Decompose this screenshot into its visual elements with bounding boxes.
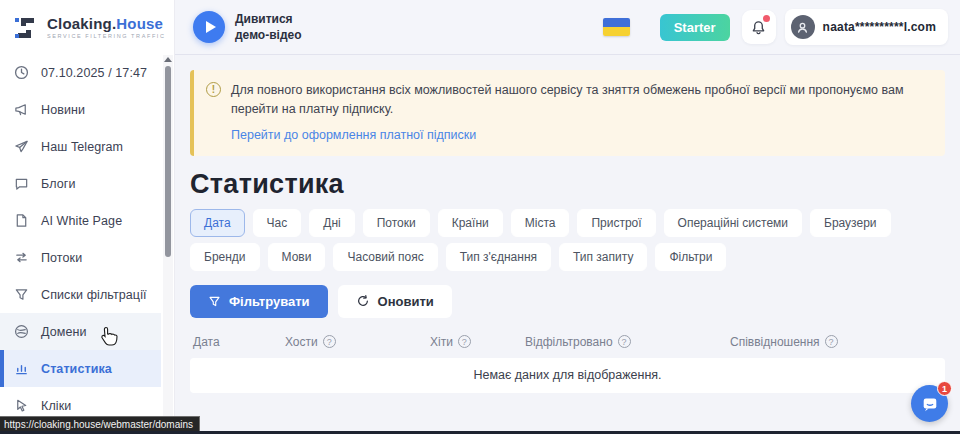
logo-title: Cloaking.House <box>47 16 166 31</box>
tab-filters[interactable]: Фільтри <box>655 243 726 271</box>
help-icon[interactable]: ? <box>618 335 631 348</box>
sidebar-item-news[interactable]: Новини <box>0 91 161 128</box>
sidebar-item-label: Потоки <box>41 251 82 265</box>
sidebar-item-label: AI White Page <box>41 214 122 228</box>
tab-connection-type[interactable]: Тип з'єднання <box>446 243 551 271</box>
scrollbar-thumb[interactable] <box>165 66 171 257</box>
refresh-button[interactable]: Оновити <box>338 285 452 318</box>
demo-video-label: Дивитися демо-відео <box>235 11 302 43</box>
page-title: Статистика <box>190 169 945 200</box>
tab-languages[interactable]: Мови <box>268 243 326 271</box>
notification-dot <box>763 15 770 22</box>
sidebar-item-label: Домени <box>41 325 87 339</box>
funnel-icon <box>13 287 29 303</box>
tab-countries[interactable]: Країни <box>438 209 503 237</box>
column-header-hits: Хіти? <box>430 335 525 349</box>
ukraine-flag-icon[interactable] <box>603 18 630 36</box>
globe-icon <box>13 324 29 340</box>
tab-date[interactable]: Дата <box>190 209 245 237</box>
banner-text: Для повного використання всіх можливосте… <box>231 81 931 119</box>
refresh-icon <box>356 294 370 308</box>
sidebar: Cloaking.House SERVICE FILTERING TRAFFIC… <box>0 0 175 434</box>
tab-streams[interactable]: Потоки <box>363 209 430 237</box>
sidebar-item-filter-lists[interactable]: Списки фільтрації <box>0 276 161 313</box>
tab-days[interactable]: Дні <box>309 209 354 237</box>
main-content: ! Для повного використання всіх можливос… <box>175 56 960 434</box>
sidebar-scrollbar[interactable] <box>163 55 173 434</box>
logo[interactable]: Cloaking.House SERVICE FILTERING TRAFFIC <box>0 0 174 55</box>
filter-button[interactable]: Фільтрувати <box>190 285 328 318</box>
column-header-filtered: Відфільтровано? <box>525 335 730 349</box>
sidebar-item-telegram[interactable]: Наш Telegram <box>0 128 161 165</box>
browser-status-bar: https://cloaking.house/webmaster/domains <box>0 416 200 432</box>
tab-devices[interactable]: Пристрої <box>577 209 655 237</box>
help-icon[interactable]: ? <box>323 335 336 348</box>
sidebar-nav: 07.10.2025 / 17:47 Новини Наш Telegram Б… <box>0 54 161 424</box>
empty-state-text: Немає даних для відображення. <box>473 368 661 382</box>
tab-request-type[interactable]: Тип запиту <box>559 243 647 271</box>
notifications-button[interactable] <box>742 10 776 44</box>
sidebar-item-label: Новини <box>41 103 85 117</box>
user-email: naata**********l.com <box>823 20 936 34</box>
sidebar-item-label: Списки фільтрації <box>41 288 147 302</box>
trial-warning-banner: ! Для повного використання всіх можливос… <box>190 70 945 156</box>
user-account-button[interactable]: naata**********l.com <box>785 9 948 45</box>
chat-icon <box>921 395 939 413</box>
sidebar-item-label: Блоги <box>41 177 76 191</box>
column-header-date: Дата <box>193 335 285 349</box>
tab-time[interactable]: Час <box>253 209 302 237</box>
megaphone-icon <box>13 102 29 118</box>
streams-icon <box>13 250 29 266</box>
document-icon <box>13 213 29 229</box>
play-icon[interactable] <box>193 11 225 43</box>
upgrade-subscription-link[interactable]: Перейти до оформлення платної підписки <box>231 128 476 142</box>
help-icon[interactable]: ? <box>458 335 471 348</box>
logo-icon <box>13 15 39 41</box>
logo-subtitle: SERVICE FILTERING TRAFFIC <box>47 34 166 40</box>
tab-cities[interactable]: Міста <box>511 209 570 237</box>
watch-demo-video-button[interactable]: Дивитися демо-відео <box>193 11 302 43</box>
help-icon[interactable]: ? <box>825 335 838 348</box>
sidebar-item-ai-white-page[interactable]: AI White Page <box>0 202 161 239</box>
column-header-ratio: Співвідношення? <box>730 335 942 349</box>
tab-timezone[interactable]: Часовий пояс <box>333 243 437 271</box>
cursor-icon <box>13 398 29 414</box>
clock-icon <box>13 65 29 81</box>
sidebar-item-label: Наш Telegram <box>41 140 123 154</box>
chat-bubble-icon <box>13 176 29 192</box>
scroll-up-arrow[interactable] <box>164 57 172 62</box>
action-buttons: Фільтрувати Оновити <box>190 285 945 318</box>
tab-brands[interactable]: Бренди <box>190 243 260 271</box>
sidebar-item-label: 07.10.2025 / 17:47 <box>41 66 147 80</box>
column-header-hosts: Хости? <box>285 335 430 349</box>
table-header-row: Дата Хости? Хіти? Відфільтровано? Співві… <box>190 335 945 349</box>
bar-chart-icon <box>13 361 29 377</box>
sidebar-item-domains[interactable]: Домени <box>0 313 161 350</box>
telegram-icon <box>13 139 29 155</box>
warning-icon: ! <box>206 82 221 97</box>
sidebar-item-label: Кліки <box>41 399 71 413</box>
chat-widget-button[interactable]: 1 <box>911 385 948 422</box>
avatar <box>791 15 815 39</box>
sidebar-item-blogs[interactable]: Блоги <box>0 165 161 202</box>
top-header: Дивитися демо-відео Starter naata*******… <box>175 0 960 55</box>
sidebar-item-label: Статистика <box>41 362 112 376</box>
sidebar-item-statistics[interactable]: Статистика <box>0 350 161 387</box>
stats-tabs: Дата Час Дні Потоки Країни Міста Пристро… <box>190 209 935 271</box>
empty-state: Немає даних для відображення. <box>190 358 945 393</box>
funnel-icon <box>208 295 221 308</box>
chat-unread-badge: 1 <box>937 381 952 396</box>
sidebar-item-datetime: 07.10.2025 / 17:47 <box>0 54 161 91</box>
plan-badge[interactable]: Starter <box>660 14 730 41</box>
tab-operating-systems[interactable]: Операційні системи <box>664 209 802 237</box>
sidebar-item-streams[interactable]: Потоки <box>0 239 161 276</box>
tab-browsers[interactable]: Браузери <box>810 209 891 237</box>
